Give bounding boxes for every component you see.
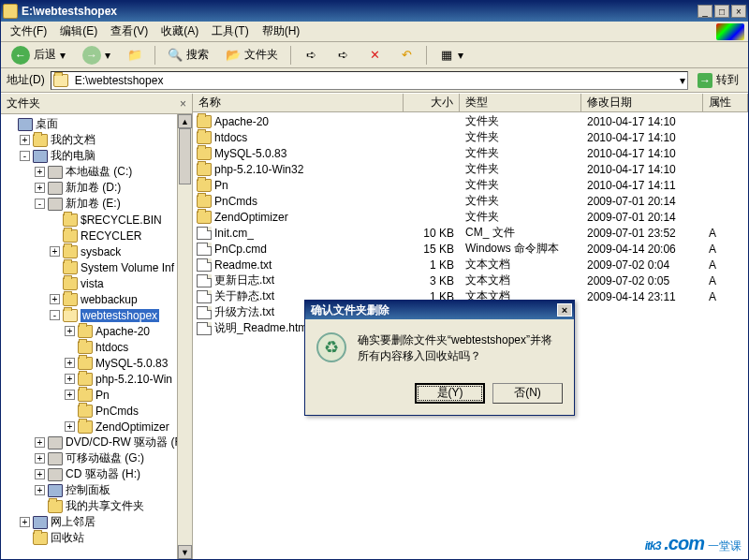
tree-node[interactable]: 回收站	[1, 530, 192, 546]
forward-button[interactable]: → ▾	[76, 43, 117, 67]
expand-toggle[interactable]: +	[35, 183, 45, 193]
expand-toggle[interactable]: +	[35, 453, 45, 464]
scroll-down-button[interactable]: ▼	[178, 545, 192, 559]
move-to-button[interactable]: ➪	[297, 45, 325, 66]
scroll-thumb[interactable]	[179, 128, 191, 184]
folders-button[interactable]: 📂文件夹	[219, 44, 285, 66]
tree-node[interactable]: -新加卷 (E:)	[1, 196, 192, 212]
file-row[interactable]: php-5.2.10-Win32文件夹2010-04-17 14:10	[193, 161, 748, 177]
up-button[interactable]: 📁	[121, 45, 149, 66]
column-size[interactable]: 大小	[404, 94, 460, 111]
file-row[interactable]: Readme.txt1 KB文本文档2009-07-02 0:04A	[193, 257, 748, 273]
maximize-button[interactable]: □	[714, 5, 729, 18]
tree-node[interactable]: +CD 驱动器 (H:)	[1, 466, 192, 482]
tree-node[interactable]: -webtestshopex	[1, 307, 192, 323]
close-button[interactable]: ×	[731, 5, 746, 18]
expand-toggle[interactable]: +	[50, 246, 60, 257]
column-attr[interactable]: 属性	[703, 94, 748, 111]
tree-node[interactable]: PnCmds	[1, 403, 192, 419]
search-button[interactable]: 🔍搜索	[161, 44, 215, 66]
column-date[interactable]: 修改日期	[581, 94, 703, 111]
address-input[interactable]: E:\webtestshopex ▾	[51, 71, 688, 90]
dropdown-arrow-icon[interactable]: ▾	[680, 74, 685, 87]
go-button[interactable]: → 转到	[692, 70, 744, 90]
copy-to-button[interactable]: ➪	[329, 45, 357, 66]
expand-toggle[interactable]: +	[35, 485, 45, 495]
expand-toggle[interactable]: -	[50, 310, 60, 320]
menu-item[interactable]: 编辑(E)	[54, 22, 103, 41]
tree-node[interactable]: +我的文档	[1, 132, 192, 148]
cell-date: 2010-04-17 14:10	[581, 147, 703, 160]
file-row[interactable]: Pn文件夹2010-04-17 14:11	[193, 177, 748, 193]
menu-item[interactable]: 查看(V)	[105, 22, 154, 41]
tree-node[interactable]: vista	[1, 275, 192, 291]
expand-toggle[interactable]: +	[35, 469, 45, 479]
expand-toggle[interactable]: +	[65, 374, 75, 384]
expand-toggle[interactable]: +	[35, 167, 45, 177]
folder-tree[interactable]: 桌面+我的文档-我的电脑+本地磁盘 (C:)+新加卷 (D:)-新加卷 (E:)…	[1, 114, 192, 559]
file-row[interactable]: PnCmds文件夹2009-07-01 20:14	[193, 193, 748, 209]
tree-node[interactable]: htdocs	[1, 339, 192, 355]
file-row[interactable]: MySQL-5.0.83文件夹2010-04-17 14:10	[193, 145, 748, 161]
tree-node[interactable]: +MySQL-5.0.83	[1, 355, 192, 371]
expand-toggle[interactable]: +	[20, 135, 30, 145]
column-name[interactable]: 名称	[193, 94, 404, 111]
expand-toggle[interactable]: -	[20, 151, 30, 161]
tree-node[interactable]: RECYCLER	[1, 228, 192, 243]
tree-node[interactable]: +新加卷 (D:)	[1, 180, 192, 196]
views-button[interactable]: ▦▾	[433, 45, 470, 66]
tree-node[interactable]: System Volume Inf	[1, 259, 192, 275]
file-icon	[197, 306, 212, 319]
menu-item[interactable]: 帮助(H)	[257, 22, 306, 41]
tree-node[interactable]: +ZendOptimizer	[1, 419, 192, 435]
cell-type: 文本文档	[460, 257, 581, 273]
delete-button[interactable]: ✕	[360, 45, 389, 66]
menu-item[interactable]: 收藏(A)	[155, 22, 204, 41]
expand-toggle[interactable]: +	[65, 326, 75, 336]
cell-date: 2009-07-01 20:14	[581, 195, 703, 208]
tree-node[interactable]: 桌面	[1, 116, 192, 132]
tree-node[interactable]: +sysback	[1, 243, 192, 259]
tree-node[interactable]: +网上邻居	[1, 514, 192, 530]
scroll-up-button[interactable]: ▲	[178, 114, 192, 128]
titlebar[interactable]: E:\webtestshopex _ □ ×	[1, 1, 748, 22]
undo-button[interactable]: ↶	[392, 45, 420, 66]
tree-node[interactable]: $RECYCLE.BIN	[1, 212, 192, 228]
tree-scrollbar[interactable]: ▲ ▼	[177, 114, 192, 559]
file-row[interactable]: PnCp.cmd15 KBWindows 命令脚本2009-04-14 20:0…	[193, 241, 748, 257]
file-row[interactable]: Apache-20文件夹2010-04-17 14:10	[193, 113, 748, 129]
dialog-close-button[interactable]: ×	[557, 303, 572, 317]
expand-toggle[interactable]: +	[65, 421, 75, 432]
tree-node[interactable]: +Apache-20	[1, 323, 192, 339]
tree-node[interactable]: +本地磁盘 (C:)	[1, 164, 192, 180]
expand-toggle[interactable]: +	[20, 517, 30, 527]
file-row[interactable]: Init.cm_10 KBCM_ 文件2009-07-01 23:52A	[193, 225, 748, 241]
tree-node[interactable]: -我的电脑	[1, 148, 192, 164]
expand-toggle[interactable]: +	[50, 294, 60, 304]
tree-node[interactable]: +控制面板	[1, 482, 192, 498]
tree-node[interactable]: 我的共享文件夹	[1, 498, 192, 514]
minimize-button[interactable]: _	[698, 5, 712, 18]
tree-node[interactable]: +php-5.2.10-Win	[1, 371, 192, 387]
no-button[interactable]: 否(N)	[492, 383, 563, 404]
dialog-titlebar[interactable]: 确认文件夹删除 ×	[305, 301, 574, 319]
expand-toggle[interactable]: +	[65, 390, 75, 400]
file-row[interactable]: 更新日志.txt3 KB文本文档2009-07-02 0:05A	[193, 273, 748, 288]
close-pane-button[interactable]: ×	[180, 97, 186, 111]
file-row[interactable]: htdocs文件夹2010-04-17 14:10	[193, 129, 748, 145]
menu-item[interactable]: 工具(T)	[206, 22, 254, 41]
tree-node[interactable]: +Pn	[1, 387, 192, 403]
tree-node[interactable]: +DVD/CD-RW 驱动器 (F:	[1, 435, 192, 450]
cell-type: 文件夹	[460, 129, 581, 145]
file-row[interactable]: ZendOptimizer文件夹2009-07-01 20:14	[193, 209, 748, 225]
back-button[interactable]: ← 后退 ▾	[5, 43, 72, 67]
menu-item[interactable]: 文件(F)	[5, 22, 52, 41]
column-type[interactable]: 类型	[460, 94, 581, 111]
expand-toggle[interactable]: +	[65, 358, 75, 368]
expand-toggle[interactable]: -	[35, 199, 45, 209]
yes-button[interactable]: 是(Y)	[415, 383, 485, 404]
expand-toggle[interactable]: +	[35, 437, 45, 448]
tree-node[interactable]: +可移动磁盘 (G:)	[1, 450, 192, 466]
tree-node[interactable]: +webbackup	[1, 291, 192, 307]
cell-attr: A	[703, 258, 716, 272]
